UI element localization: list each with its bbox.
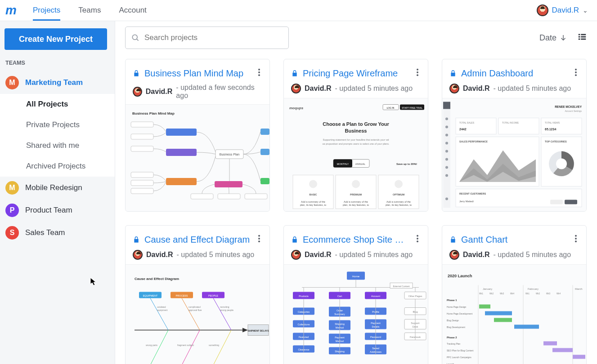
svg-rect-21 [260,178,269,184]
card-menu-button[interactable] [256,67,262,80]
svg-point-189 [575,238,577,240]
svg-text:Launch: Launch [447,363,454,364]
project-card[interactable]: Gantt Chart David.R - updated 5 minutes … [442,225,587,364]
project-card[interactable]: Cause and Effect Diagram David.R - updat… [125,225,270,364]
project-title[interactable]: Admin Dashboard [461,68,533,79]
nav-projects[interactable]: Projects [33,0,60,21]
card-menu-button[interactable] [414,233,421,246]
updated-time: - updated 5 minutes ago [177,251,255,259]
svg-text:Wk1: Wk1 [479,293,483,295]
user-avatar-icon [537,4,548,16]
svg-text:plan, its key features, to: plan, its key features, to [386,204,412,206]
updated-time: - updated 5 minutes ago [335,84,413,93]
svg-text:RECENT CUSTOMERS: RECENT CUSTOMERS [459,192,486,195]
svg-point-68 [445,118,448,120]
sidebar-filter-all[interactable]: All Projects [0,94,115,115]
project-thumbnail[interactable]: moqups LOG IN START FREE TRIAL Choose a … [284,98,428,211]
project-thumbnail[interactable]: 2020 Launch JanuaryFebruaryMarch Wk1Wk2W… [442,264,586,364]
project-card[interactable]: Business Plan Mind Map David.R - updated… [125,59,270,212]
project-title[interactable]: Pricing Page Wireframe [303,68,398,79]
svg-rect-17 [166,178,197,185]
svg-text:March: March [575,288,583,290]
svg-point-129 [417,240,418,242]
view-list-button[interactable] [577,32,587,44]
list-view-icon [577,32,587,42]
svg-rect-28 [191,194,213,199]
nav-account[interactable]: Account [119,0,146,21]
project-title[interactable]: Business Plan Mind Map [144,68,243,79]
svg-line-112 [150,298,168,330]
create-project-button[interactable]: Create New Project [4,28,107,50]
project-thumbnail[interactable]: RENEE MCKELVEY Account Settings TOTAL SA… [442,98,586,211]
svg-point-99 [258,238,260,240]
updated-time: - updated 5 minutes ago [494,84,571,93]
sidebar-filter-private[interactable]: Private Projects [0,115,115,135]
svg-text:ue proposition and prompts use: ue proposition and prompts users to sele… [323,142,390,145]
card-menu-button[interactable] [573,67,579,80]
svg-text:PPC Launch Campaigns: PPC Launch Campaigns [447,356,471,359]
search-box[interactable] [125,27,289,49]
svg-text:Wk3: Wk3 [546,293,550,295]
search-input[interactable] [144,33,283,42]
project-title[interactable]: Cause and Effect Diagram [144,235,250,245]
svg-text:2020 Launch: 2020 Launch [448,274,472,278]
project-card[interactable]: Admin Dashboard David.R - updated 5 minu… [442,59,587,212]
svg-rect-7 [579,39,580,40]
svg-point-65 [575,74,577,76]
user-menu[interactable]: David.R ⌄ [537,4,588,16]
project-thumbnail[interactable]: Business Plan Mind Map Business Plan [126,104,269,212]
sidebar-filter-shared[interactable]: Shared with me [0,135,115,156]
svg-text:MONTHLY: MONTHLY [337,163,349,165]
svg-rect-8 [581,39,586,40]
project-thumbnail[interactable]: Home Products Cart Account Other Pages C… [284,264,428,364]
svg-text:PROCESS: PROCESS [176,294,188,297]
svg-text:TOP CATEGORIES: TOP CATEGORIES [545,140,567,143]
svg-text:TOTAL VIEWS: TOTAL VIEWS [545,121,560,124]
project-card[interactable]: Ecommerce Shop Site Map… David.R - updat… [283,225,428,364]
svg-rect-97 [565,200,577,204]
svg-marker-103 [242,328,248,333]
author-name: David.R [463,84,490,93]
svg-text:Home Page Design: Home Page Design [447,306,467,308]
sort-button[interactable]: Date [539,33,567,43]
team-badge-icon: P [5,204,19,217]
project-thumbnail[interactable]: Cause and Effect Diagram SHIPMENT DELAYS… [126,264,269,364]
sidebar-team-sales[interactable]: S Sales Team [0,222,115,244]
svg-point-54 [352,180,360,188]
kebab-icon [416,68,419,76]
svg-text:Add a summary of the: Add a summary of the [344,200,368,203]
svg-text:RENEE MCKELVEY: RENEE MCKELVEY [555,105,582,108]
svg-rect-30 [245,194,267,199]
svg-text:SALES PERFORMANCE: SALES PERFORMANCE [459,140,488,143]
svg-text:Wk3: Wk3 [500,293,504,295]
sidebar-section-label: TEAMS [0,60,115,71]
svg-rect-221 [573,355,585,359]
svg-rect-25 [131,172,153,178]
project-title[interactable]: Ecommerce Shop Site Map… [303,235,410,245]
updated-time: - updated a few seconds ago [176,84,262,100]
card-menu-button[interactable] [573,233,579,246]
sidebar-filter-archived[interactable]: Archived Projects [0,156,115,177]
svg-rect-29 [218,194,240,199]
svg-rect-3 [579,34,580,36]
app-logo[interactable]: m [5,3,17,18]
svg-text:recruiting: recruiting [220,306,229,308]
svg-text:ANNUAL: ANNUAL [355,163,365,165]
svg-point-100 [258,240,260,242]
svg-text:Home: Home [352,275,360,278]
project-card[interactable]: Pricing Page Wireframe David.R - updated… [283,59,428,212]
project-title[interactable]: Gantt Chart [461,235,507,245]
card-menu-button[interactable] [256,233,262,246]
svg-point-74 [445,166,448,169]
sidebar-team-marketing[interactable]: M Marketing Team [0,71,115,94]
team-label: Marketing Team [25,78,83,87]
sidebar-team-product[interactable]: P Product Team [0,199,115,222]
nav-teams[interactable]: Teams [78,0,101,21]
sidebar-team-mobile[interactable]: M Mobile Redesign [0,177,115,199]
svg-rect-26 [131,180,153,186]
svg-point-70 [445,134,448,137]
svg-text:Other Pages: Other Pages [408,295,422,297]
lock-icon [291,235,298,244]
team-badge-icon: M [5,76,19,89]
card-menu-button[interactable] [414,67,421,80]
